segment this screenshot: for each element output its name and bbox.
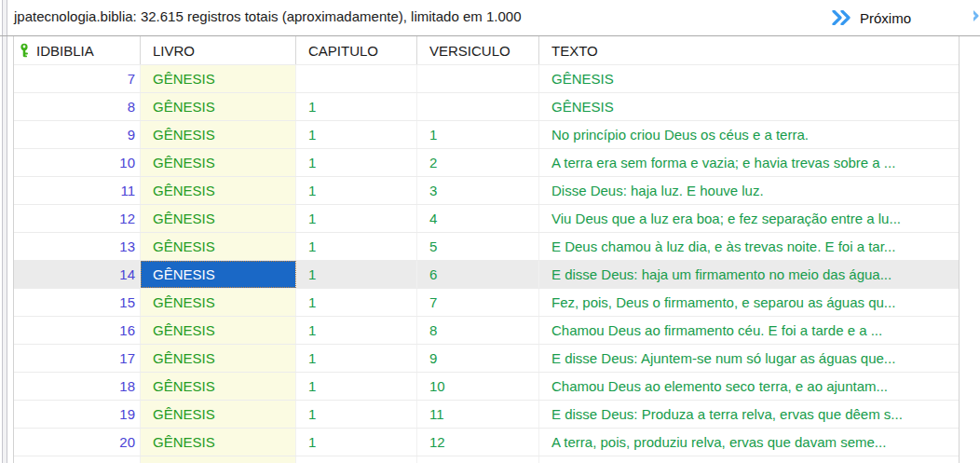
cell-livro[interactable]: GÊNESIS xyxy=(141,121,296,148)
cell-versiculo[interactable]: 8 xyxy=(417,317,539,344)
cell-capitulo[interactable]: 1 xyxy=(296,261,417,288)
table-row[interactable]: 14GÊNESIS16E disse Deus: haja um firmame… xyxy=(14,261,960,289)
cell-idbiblia[interactable]: 11 xyxy=(14,177,141,204)
cell-texto[interactable]: GÊNESIS xyxy=(539,65,960,92)
cell-idbiblia[interactable]: 7 xyxy=(14,65,141,92)
left-panel-splitter[interactable] xyxy=(0,0,10,463)
cell-livro[interactable]: GÊNESIS xyxy=(141,93,296,120)
cell-capitulo[interactable]: 1 xyxy=(296,205,417,232)
cell-idbiblia[interactable]: 17 xyxy=(14,345,141,372)
cell-capitulo[interactable]: 1 xyxy=(296,401,417,428)
table-row[interactable]: 13GÊNESIS15E Deus chamou à luz dia, e às… xyxy=(14,233,960,261)
cell-idbiblia[interactable]: 19 xyxy=(14,401,141,428)
cell-livro[interactable]: GÊNESIS xyxy=(141,149,296,176)
cell-idbiblia[interactable]: 10 xyxy=(14,149,141,176)
cell-versiculo[interactable]: 11 xyxy=(417,401,539,428)
cell-livro[interactable]: GÊNESIS xyxy=(141,317,296,344)
table-row[interactable]: 7GÊNESISGÊNESIS xyxy=(14,65,960,93)
cell-versiculo[interactable]: 9 xyxy=(417,345,539,372)
table-row-partial[interactable] xyxy=(14,456,960,463)
cell-texto[interactable]: A terra era sem forma e vazia; e havia t… xyxy=(539,149,960,176)
cell-livro[interactable]: GÊNESIS xyxy=(141,205,296,232)
table-row[interactable]: 15GÊNESIS17Fez, pois, Deus o firmamento,… xyxy=(14,289,960,317)
grid-title: jpatecnologia.biblia: 32.615 registros t… xyxy=(14,8,521,24)
table-row[interactable]: 8GÊNESIS1GÊNESIS xyxy=(14,93,960,121)
cell-versiculo[interactable] xyxy=(417,65,539,92)
cell-capitulo[interactable]: 1 xyxy=(296,93,417,120)
cell-idbiblia[interactable]: 16 xyxy=(14,317,141,344)
cell-livro[interactable]: GÊNESIS xyxy=(141,345,296,372)
cell-capitulo[interactable]: 1 xyxy=(296,121,417,148)
cell-texto[interactable]: Chamou Deus ao elemento seco terra, e ao… xyxy=(539,373,960,400)
cell-capitulo[interactable]: 1 xyxy=(296,373,417,400)
cell-capitulo[interactable]: 1 xyxy=(296,233,417,260)
cell-idbiblia[interactable]: 13 xyxy=(14,233,141,260)
cell-capitulo[interactable] xyxy=(296,65,417,92)
cell-livro[interactable]: GÊNESIS xyxy=(141,65,296,92)
cell-livro[interactable]: GÊNESIS xyxy=(141,261,296,288)
cell-texto[interactable]: Fez, pois, Deus o firmamento, e separou … xyxy=(539,289,960,316)
cell-livro[interactable] xyxy=(141,456,296,463)
table-row[interactable]: 9GÊNESIS11No princípio criou Deus os céu… xyxy=(14,121,960,149)
cell-texto[interactable] xyxy=(539,456,960,463)
table-row[interactable]: 10GÊNESIS12A terra era sem forma e vazia… xyxy=(14,149,960,177)
column-header-texto[interactable]: TEXTO xyxy=(539,36,960,64)
cell-idbiblia[interactable]: 14 xyxy=(14,261,141,288)
cell-capitulo[interactable]: 1 xyxy=(296,289,417,316)
table-row[interactable]: 19GÊNESIS111E disse Deus: Produza a terr… xyxy=(14,401,960,429)
cell-texto[interactable]: E Deus chamou à luz dia, e às trevas noi… xyxy=(539,233,960,260)
cell-idbiblia[interactable]: 18 xyxy=(14,373,141,400)
cell-versiculo[interactable]: 4 xyxy=(417,205,539,232)
cell-versiculo[interactable]: 7 xyxy=(417,289,539,316)
cell-livro[interactable]: GÊNESIS xyxy=(141,289,296,316)
column-header-livro[interactable]: LIVRO xyxy=(141,36,296,64)
cell-capitulo[interactable]: 1 xyxy=(296,177,417,204)
cell-texto[interactable]: Viu Deus que a luz era boa; e fez separa… xyxy=(539,205,960,232)
cell-versiculo[interactable] xyxy=(417,456,539,463)
cell-versiculo[interactable]: 1 xyxy=(417,121,539,148)
column-header-capitulo[interactable]: CAPITULO xyxy=(296,36,417,64)
table-row[interactable]: 11GÊNESIS13Disse Deus: haja luz. E houve… xyxy=(14,177,960,205)
table-row[interactable]: 20GÊNESIS112A terra, pois, produziu relv… xyxy=(14,429,960,456)
cell-capitulo[interactable] xyxy=(296,456,417,463)
cell-capitulo[interactable]: 1 xyxy=(296,149,417,176)
cell-livro[interactable]: GÊNESIS xyxy=(141,233,296,260)
cell-texto[interactable]: E disse Deus: Produza a terra relva, erv… xyxy=(539,401,960,428)
cell-versiculo[interactable]: 6 xyxy=(417,261,539,288)
cell-versiculo[interactable]: 3 xyxy=(417,177,539,204)
cell-texto[interactable]: E disse Deus: haja um firmamento no meio… xyxy=(539,261,960,288)
cell-idbiblia[interactable]: 12 xyxy=(14,205,141,232)
cell-capitulo[interactable]: 1 xyxy=(296,345,417,372)
column-header-idbiblia[interactable]: IDBIBLIA xyxy=(14,36,141,64)
cell-texto[interactable]: GÊNESIS xyxy=(539,93,960,120)
table-row[interactable]: 12GÊNESIS14Viu Deus que a luz era boa; e… xyxy=(14,205,960,233)
cell-texto[interactable]: No princípio criou Deus os céus e a terr… xyxy=(539,121,960,148)
cell-livro[interactable]: GÊNESIS xyxy=(141,429,296,456)
table-row[interactable]: 18GÊNESIS110Chamou Deus ao elemento seco… xyxy=(14,373,960,401)
cell-capitulo[interactable]: 1 xyxy=(296,429,417,456)
cell-texto[interactable]: Disse Deus: haja luz. E houve luz. xyxy=(539,177,960,204)
grid-toolbar: jpatecnologia.biblia: 32.615 registros t… xyxy=(10,0,980,35)
cell-capitulo[interactable]: 1 xyxy=(296,317,417,344)
cell-versiculo[interactable]: 12 xyxy=(417,429,539,456)
cell-versiculo[interactable] xyxy=(417,93,539,120)
cell-idbiblia[interactable] xyxy=(14,456,141,463)
column-header-versiculo[interactable]: VERSICULO xyxy=(417,36,539,64)
cell-texto[interactable]: Chamou Deus ao firmamento céu. E foi a t… xyxy=(539,317,960,344)
clipped-toolbar-icon[interactable] xyxy=(973,8,980,27)
cell-idbiblia[interactable]: 20 xyxy=(14,429,141,456)
cell-livro[interactable]: GÊNESIS xyxy=(141,401,296,428)
cell-versiculo[interactable]: 2 xyxy=(417,149,539,176)
cell-livro[interactable]: GÊNESIS xyxy=(141,373,296,400)
cell-versiculo[interactable]: 10 xyxy=(417,373,539,400)
cell-livro[interactable]: GÊNESIS xyxy=(141,177,296,204)
cell-versiculo[interactable]: 5 xyxy=(417,233,539,260)
cell-texto[interactable]: E disse Deus: Ajuntem-se num só lugar as… xyxy=(539,345,960,372)
cell-texto[interactable]: A terra, pois, produziu relva, ervas que… xyxy=(539,429,960,456)
cell-idbiblia[interactable]: 8 xyxy=(14,93,141,120)
table-row[interactable]: 16GÊNESIS18Chamou Deus ao firmamento céu… xyxy=(14,317,960,345)
cell-idbiblia[interactable]: 15 xyxy=(14,289,141,316)
table-row[interactable]: 17GÊNESIS19E disse Deus: Ajuntem-se num … xyxy=(14,345,960,373)
cell-idbiblia[interactable]: 9 xyxy=(14,121,141,148)
next-page-button[interactable]: Próximo xyxy=(832,7,911,29)
